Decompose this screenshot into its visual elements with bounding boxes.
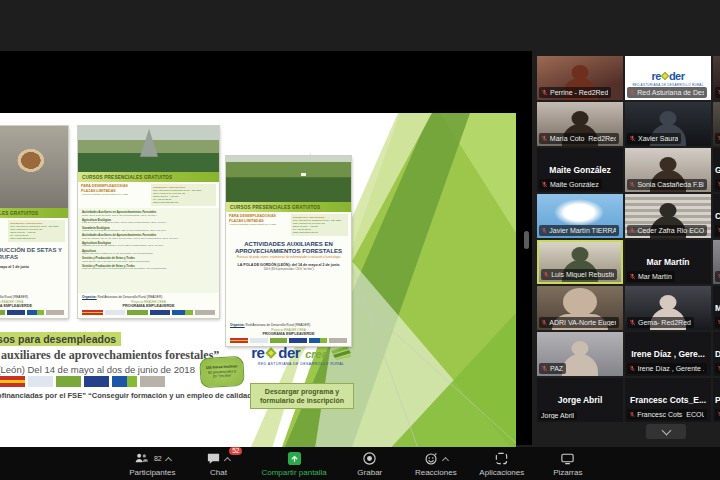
partner-logo (127, 310, 148, 315)
participant-tile[interactable]: Ma (713, 102, 720, 146)
toolbar-share-button[interactable]: Compartir pantalla (261, 451, 326, 477)
toolbar-whiteboard-button[interactable]: Pizarras (545, 451, 591, 477)
participant-tile[interactable]: Luis Miguel Rebustiello (537, 240, 623, 284)
participant-tile[interactable]: PAZ (537, 332, 623, 376)
toolbar-apps-button[interactable]: Aplicaciones (479, 451, 525, 477)
panel-resize-handle[interactable] (524, 231, 529, 249)
chat-icon (206, 451, 221, 466)
participant-name: Irene Díaz , Gerente ... (638, 365, 704, 372)
participant-tile[interactable]: rederRed Asturiana de Desarrollo RuralRe… (625, 56, 711, 100)
person-silhouette (562, 354, 598, 376)
participant-name: Ceder Zafra Rio ECO... (637, 227, 704, 234)
toolbar-label: Reacciones (415, 468, 457, 477)
poster-course-list: Actividades Auxiliares en Aprovechamient… (78, 208, 219, 293)
poster-header: CURSOS PRESENCIALES GRATUITOS (226, 202, 351, 212)
participant-name-label: Ra (715, 87, 720, 98)
toolbar-participants-button[interactable]: 82Participantes (129, 451, 175, 477)
participant-tile[interactable]: Gema- Red2Red (625, 286, 711, 330)
participant-name-label: Ma (715, 133, 720, 144)
emoji-icon (424, 451, 439, 466)
participant-name-label: Jorge Abril (539, 411, 577, 420)
participant-tile[interactable]: Xavier Saura (625, 102, 711, 146)
reader-logo-text: re (251, 344, 264, 361)
participant-tile[interactable]: Mar MartínMar Martín (625, 240, 711, 284)
course-date-line: La Pola de Gordón (León) Del 14 de mayo … (0, 364, 195, 375)
partner-logo (270, 338, 288, 343)
cloud-video-image (554, 199, 604, 225)
muted-mic-icon (541, 180, 548, 189)
people-icon (134, 451, 149, 466)
participant-tile[interactable]: ADRI VA-Norte Eugen... (537, 286, 623, 330)
toolbar-label: Compartir pantalla (261, 468, 326, 477)
chevron-up-icon[interactable] (165, 456, 172, 463)
participant-name-label: Ceder Zafra Rio ECO... (627, 225, 707, 236)
partner-logo (230, 338, 248, 343)
participant-tile[interactable]: Perrine - Red2Red (537, 56, 623, 100)
participant-gallery: Perrine - Red2RedrederRed Asturiana de D… (537, 56, 720, 422)
toolbar-label: Chat (210, 468, 227, 477)
participant-tile[interactable]: Jorge AbrilJorge Abril (537, 378, 623, 422)
participant-tile[interactable]: Ceder Zafra Rio ECO... (625, 194, 711, 238)
participant-tile[interactable]: PaPa (713, 378, 720, 422)
participant-tile[interactable]: Sonia Castañeda F.Bi... (625, 148, 711, 192)
participant-name: Luis Miguel Rebustiello (551, 271, 614, 278)
course-poster: CURSOS PRESENCIALES GRATUITOSPARA DESEMP… (226, 156, 351, 346)
participant-tile[interactable]: Ra (713, 56, 720, 100)
participant-tile[interactable]: Di (713, 240, 720, 284)
participant-tile[interactable]: Maite GonzálezMaite González (537, 148, 623, 192)
chevron-up-icon[interactable] (442, 456, 449, 463)
toolbar-label: Aplicaciones (479, 468, 524, 477)
participant-name: Maite González (550, 181, 599, 188)
partner-logo (172, 310, 193, 315)
muted-mic-icon (541, 364, 548, 373)
participant-tile[interactable]: Irene Díaz , Gere...Irene Díaz , Gerente… (625, 332, 711, 376)
toolbar-label: Pizarras (553, 468, 582, 477)
participant-name: Francesc Cots_ECOU... (637, 411, 704, 418)
muted-mic-icon (629, 318, 636, 327)
participant-tile[interactable]: MIMI (713, 286, 720, 330)
muted-mic-icon (541, 134, 548, 143)
muted-mic-icon (541, 88, 548, 97)
toolbar-reactions-button[interactable]: Reacciones (413, 451, 459, 477)
participant-tile[interactable]: Javier Martín TIERRA... (537, 194, 623, 238)
chat-unread-badge: 52 (229, 447, 242, 455)
participant-tile[interactable]: DADA (713, 332, 720, 376)
participant-name-label: Di (715, 271, 720, 282)
participant-name-label: Irene Díaz , Gerente ... (627, 363, 707, 374)
participant-name-label: Perrine - Red2Red (539, 87, 611, 98)
reader-logo-subtitle: Red Asturiana de Desarrollo Rural (248, 362, 354, 366)
course-highlight-title: Cursos para desempleados (0, 332, 121, 346)
participant-name-label: Red Asturiana de Des... (627, 87, 707, 98)
poster-course-title: GESTIÓN Y PRODUCCIÓN DE SETAS Y TRUFAS (0, 244, 68, 262)
participant-name: Jorge Abril (541, 412, 574, 419)
participant-name: Mar Martín (638, 273, 672, 280)
poster-header: CURSOS PRESENCIALES GRATUITOS (0, 208, 68, 218)
reader-logo-text: der (278, 344, 300, 361)
toolbar-chat-button[interactable]: 52Chat (195, 451, 241, 477)
participant-name-label: MI (715, 317, 720, 328)
participant-name: ADRI VA-Norte Eugen... (549, 319, 616, 326)
chevron-up-icon[interactable] (224, 456, 231, 463)
participant-name-label: María Coto_Red2Red (539, 133, 619, 144)
partner-logo (105, 310, 126, 315)
partner-logo (56, 376, 81, 387)
participant-name-label: Javier Martín TIERRA... (539, 225, 619, 236)
participant-tile[interactable]: María Coto_Red2Red (537, 102, 623, 146)
shared-slide: Cursos para desempleados “Actividades au… (0, 113, 516, 480)
toolbar-record-button[interactable]: Grabar (347, 451, 393, 477)
mountain-photo (78, 126, 219, 172)
logos-row (0, 376, 165, 387)
muted-mic-icon (629, 88, 635, 97)
partner-logo (84, 376, 109, 387)
participant-name: Red Asturiana de Des... (637, 89, 704, 96)
participant-tile[interactable]: GERGE (713, 148, 720, 192)
participant-name-label: Luis Miguel Rebustiello (541, 269, 617, 280)
gallery-scroll-down-button[interactable] (646, 424, 686, 439)
participant-tile[interactable]: Francesc Cots_E...Francesc Cots_ECOU... (625, 378, 711, 422)
participant-tile[interactable]: CrisCr (713, 194, 720, 238)
toolbar-label: Grabar (357, 468, 382, 477)
partner-logo (27, 310, 45, 315)
fse-quote-line: “Acciones gratuitas cofinanciadas por el… (0, 391, 256, 400)
muted-mic-icon (629, 226, 635, 235)
reader-logo: re der crea Red Asturiana de Desarrollo … (248, 344, 354, 366)
